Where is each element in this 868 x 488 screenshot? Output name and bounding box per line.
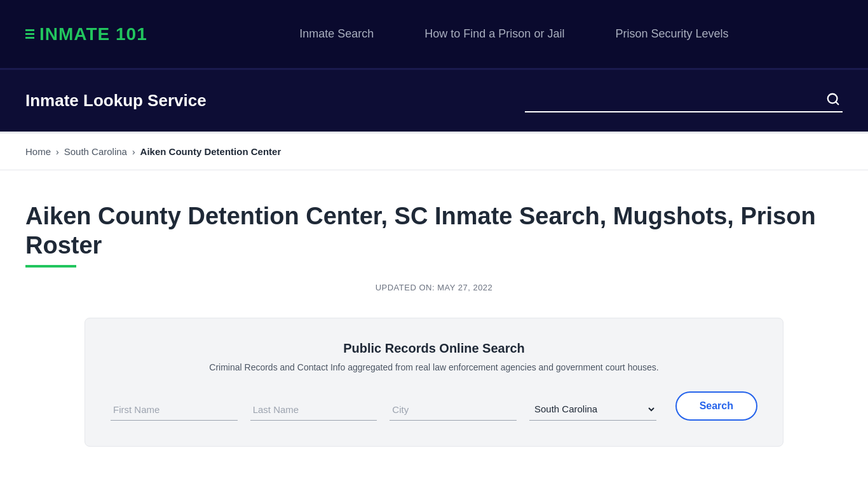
public-records-description: Criminal Records and Contact Info aggreg…	[111, 362, 757, 372]
state-select[interactable]: South Carolina Alabama Alaska Arizona Ca…	[529, 398, 656, 421]
svg-line-1	[836, 102, 838, 104]
search-form: South Carolina Alabama Alaska Arizona Ca…	[111, 391, 757, 421]
last-name-field	[250, 399, 377, 421]
nav-how-to-find[interactable]: How to Find a Prison or Jail	[424, 27, 564, 41]
search-header-bar: Inmate Lookup Service	[0, 70, 868, 133]
breadcrumb-current: Aiken County Detention Center	[140, 146, 281, 157]
header-search-button[interactable]	[824, 90, 843, 109]
logo-text: INMATE 101	[39, 24, 147, 44]
breadcrumb-state[interactable]: South Carolina	[64, 146, 127, 157]
logo-bars-icon	[25, 29, 34, 39]
header-search-input[interactable]	[525, 91, 824, 107]
first-name-input[interactable]	[111, 399, 238, 421]
main-content: Aiken County Detention Center, SC Inmate…	[0, 170, 868, 472]
last-name-input[interactable]	[250, 399, 377, 421]
header-search-wrapper	[525, 90, 843, 112]
breadcrumb-separator-2: ›	[132, 147, 135, 157]
nav-security-levels[interactable]: Prison Security Levels	[615, 27, 728, 41]
title-underline-decoration	[25, 265, 76, 268]
page-title: Aiken County Detention Center, SC Inmate…	[25, 202, 843, 260]
logo[interactable]: INMATE 101	[25, 24, 147, 44]
breadcrumb: Home › South Carolina › Aiken County Det…	[0, 133, 868, 170]
breadcrumb-separator-1: ›	[56, 147, 59, 157]
city-input[interactable]	[390, 399, 517, 421]
search-button[interactable]: Search	[675, 391, 757, 421]
first-name-field	[111, 399, 238, 421]
updated-date: UPDATED ON: MAY 27, 2022	[25, 283, 843, 292]
public-records-box: Public Records Online Search Criminal Re…	[85, 318, 783, 447]
city-field	[390, 399, 517, 421]
state-select-wrapper: South Carolina Alabama Alaska Arizona Ca…	[529, 398, 656, 421]
breadcrumb-home[interactable]: Home	[25, 146, 51, 157]
search-icon	[826, 92, 840, 106]
top-navigation: INMATE 101 Inmate Search How to Find a P…	[0, 0, 868, 70]
nav-inmate-search[interactable]: Inmate Search	[299, 27, 374, 41]
nav-links: Inmate Search How to Find a Prison or Ja…	[261, 27, 728, 41]
public-records-title: Public Records Online Search	[111, 341, 757, 356]
search-header-title: Inmate Lookup Service	[25, 91, 207, 111]
